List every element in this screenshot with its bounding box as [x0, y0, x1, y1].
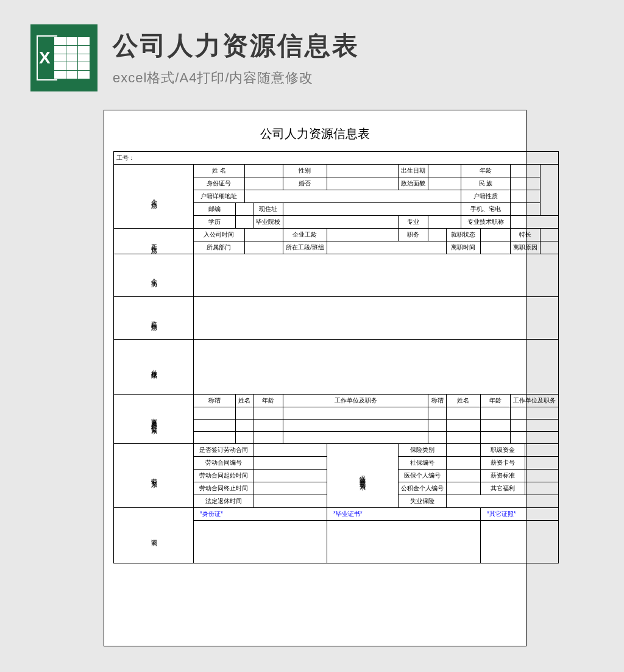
label-med-ins-no: 医保个人编号	[398, 470, 446, 482]
label-status: 就职状态	[446, 229, 480, 241]
label-tech-title: 专业技术职称	[461, 216, 511, 229]
label-other-benefit: 其它福利	[480, 482, 525, 495]
label-marital: 婚否	[283, 177, 327, 190]
section-personal: 个人信息	[114, 165, 194, 229]
label-relation2: 称谓	[428, 395, 446, 407]
label-fam-age2: 年龄	[480, 395, 510, 407]
label-political: 政治面貌	[398, 177, 428, 190]
label-idcard: 身份证号	[194, 177, 245, 190]
label-doc-cert: *其它证照*	[480, 508, 558, 521]
label-soc-ins-no: 社保编号	[398, 457, 446, 470]
label-age: 年龄	[461, 165, 511, 177]
label-fam-name2: 姓名	[446, 395, 480, 407]
section-cert: 证照	[114, 508, 194, 563]
label-salary-card: 薪资卡号	[480, 457, 525, 470]
form-document: 公司人力资源信息表 工号： 个人信息 姓 名 性别 出生日期 年龄 身份证号 婚…	[104, 110, 526, 646]
label-birth: 出生日期	[398, 165, 428, 177]
emp-id-label: 工号：	[114, 152, 559, 165]
label-school: 毕业院校	[254, 216, 283, 229]
label-contract-start: 劳动合同起始时间	[194, 470, 254, 482]
label-hukou-addr: 户籍详细地址	[194, 190, 245, 203]
page-header: X 公司人力资源信息表 excel格式/A4打印/内容随意修改	[0, 0, 624, 110]
label-contract-end: 劳动合同终止时间	[194, 482, 254, 495]
label-retire-date: 法定退休时间	[194, 495, 254, 508]
label-leave-reason: 离职原因	[510, 241, 540, 254]
form-title: 公司人力资源信息表	[113, 120, 517, 151]
section-resume: 个人简历	[114, 254, 194, 297]
section-review: 考核结果	[114, 340, 194, 395]
label-specialty: 特长	[510, 229, 540, 241]
label-doc-id: *身份证*	[194, 508, 327, 521]
label-fam-age: 年龄	[254, 395, 283, 407]
label-fam-name: 姓名	[236, 395, 254, 407]
label-salary-standard: 薪资标准	[480, 470, 525, 482]
label-unemp-ins: 失业保险	[398, 495, 446, 508]
label-position: 职务	[398, 229, 428, 241]
label-fund-no: 公积金个人编号	[398, 482, 446, 495]
label-dept: 所属部门	[194, 241, 245, 254]
label-postcode: 邮编	[194, 203, 236, 216]
label-hukou-type: 户籍性质	[461, 190, 511, 203]
label-ethnicity: 民 族	[461, 177, 511, 190]
label-education: 学历	[194, 216, 236, 229]
section-family: 家庭成员及社会关系	[114, 395, 194, 444]
label-fam-work2: 工作单位及职务	[510, 395, 558, 407]
photo-box	[540, 165, 558, 216]
hr-form-table: 工号： 个人信息 姓 名 性别 出生日期 年龄 身份证号 婚否 政治面貌 民 族…	[113, 151, 559, 563]
label-address: 现住址	[254, 203, 283, 216]
section-award: 奖惩信息	[114, 297, 194, 340]
page-title: 公司人力资源信息表	[113, 29, 360, 63]
label-contract-signed: 是否签订劳动合同	[194, 444, 254, 457]
label-major: 专业	[398, 216, 428, 229]
label-leave-date: 离职时间	[446, 241, 480, 254]
page-subtitle: excel格式/A4打印/内容随意修改	[113, 69, 360, 87]
label-gender: 性别	[283, 165, 327, 177]
excel-icon: X	[30, 24, 98, 91]
section-labor: 劳动关系	[114, 444, 194, 508]
label-join-date: 入公司时间	[194, 229, 245, 241]
label-ins-type: 保险类别	[398, 444, 446, 457]
label-contract-no: 劳动合同编号	[194, 457, 254, 470]
label-name: 姓 名	[194, 165, 245, 177]
label-relation: 称谓	[194, 395, 236, 407]
section-work: 工作信息	[114, 229, 194, 254]
label-base-salary: 职级资金	[480, 444, 525, 457]
label-fam-work: 工作单位及职务	[283, 395, 428, 407]
label-company-age: 企业工龄	[283, 229, 327, 241]
section-insurance: 保险薪资福利关系	[327, 444, 398, 508]
label-mobile: 手机、宅电	[461, 203, 511, 216]
label-doc-edu: *毕业证书*	[327, 508, 480, 521]
label-workgroup: 所在工段/班组	[283, 241, 327, 254]
